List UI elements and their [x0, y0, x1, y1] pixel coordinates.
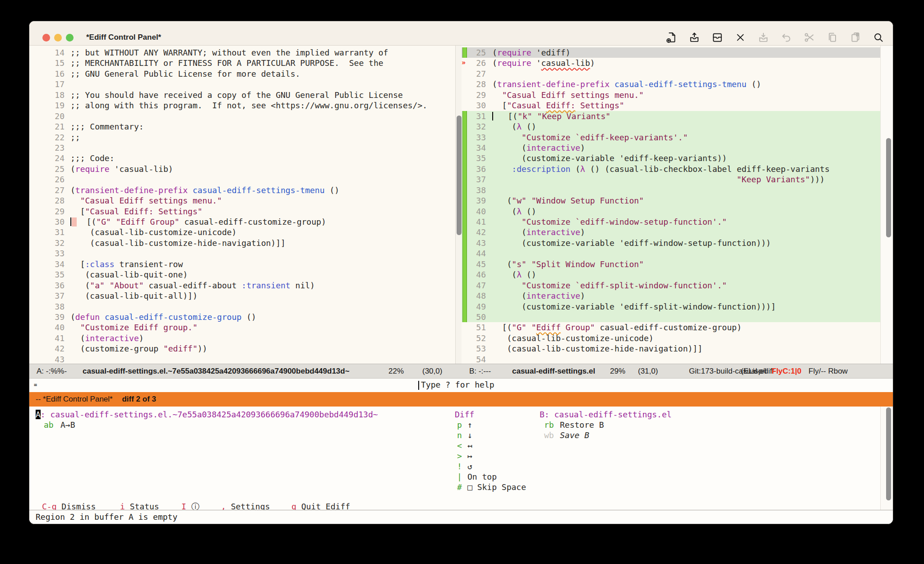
buffer-b-title: B: casual-ediff-settings.el: [540, 409, 672, 420]
line-number: 35: [29, 269, 65, 280]
scrollbar-thumb[interactable]: [886, 407, 891, 500]
titlebar: *Ediff Control Panel*: [29, 21, 893, 46]
buffer-b-scrollbar[interactable]: [880, 46, 893, 364]
line-number: 34: [29, 259, 65, 269]
diff-fringe-indicator: [462, 280, 470, 291]
line-number: 14: [29, 47, 65, 58]
code-line: 38: [462, 185, 880, 195]
share-up-icon[interactable]: [688, 31, 701, 44]
line-number: 33: [470, 132, 486, 143]
buffer-b-action-item: wbSave B: [540, 430, 672, 440]
code-text: (transient-define-prefix casual-ediff-se…: [492, 79, 761, 89]
search-icon[interactable]: [872, 31, 885, 44]
traffic-light-minimize[interactable]: [54, 34, 62, 42]
line-number: 35: [470, 153, 486, 163]
code-text: [:class transient-row: [70, 259, 183, 269]
code-line: 37 "Keep Variants"))): [462, 174, 880, 185]
line-number: 25: [29, 164, 65, 174]
line-number: 53: [470, 343, 486, 354]
code-text: (customize-group "ediff")): [70, 343, 207, 354]
line-number: 36: [29, 280, 65, 291]
diff-action-item[interactable]: #□ Skip Space: [455, 482, 474, 492]
code-text: ["Casual Ediff: Settings": [70, 206, 203, 217]
code-text: "Customize `ediff-split-window-function'…: [492, 280, 727, 291]
line-number: 18: [29, 90, 65, 100]
modeline-b-percent: 29%: [610, 364, 625, 378]
modeline-b-position: (31,0): [638, 364, 658, 378]
code-text: [("G" "Ediff Group" casual-ediff-customi…: [492, 322, 742, 333]
code-line: 22;;: [29, 132, 455, 143]
code-text: (λ (): [492, 121, 536, 132]
code-line: 39 ("w" "Window Setup Function": [462, 195, 880, 206]
code-text: ;; along with this program. If not, see …: [70, 100, 427, 111]
code-text: (casual-lib-quit-all)]): [70, 291, 198, 301]
diff-fringe-indicator: [462, 301, 470, 312]
action-label: Restore B: [560, 420, 604, 430]
new-file-icon[interactable]: [665, 31, 678, 44]
line-number: 43: [29, 354, 65, 364]
code-line: 40 (λ (): [462, 206, 880, 217]
code-text: (casual-lib-customize-hide-navigation)]]: [70, 238, 286, 248]
panel-scrollbar[interactable]: [880, 407, 893, 510]
code-text: [("G" "Ediff Group" casual-ediff-customi…: [70, 217, 326, 227]
modeline-b-major-mode: (ELisp/l: [741, 364, 767, 378]
code-line: 28 "Casual Ediff settings menu.": [29, 195, 455, 206]
diff-action-item[interactable]: |On top: [455, 472, 474, 482]
code-line: 36 :description (λ () (casual-lib-checkb…: [462, 164, 880, 174]
line-number: 26: [29, 174, 65, 185]
key-hint: n: [457, 430, 462, 440]
diff-action-item[interactable]: <↤: [455, 440, 474, 451]
code-text: ("w" "Window Setup Function": [492, 195, 644, 206]
scrollbar-thumb[interactable]: [886, 138, 891, 237]
diff-fringe-indicator: [462, 238, 470, 248]
code-text: (λ (): [492, 206, 536, 217]
line-number: 40: [470, 206, 486, 217]
code-text: (customize-variable 'ediff-window-setup-…: [492, 238, 771, 248]
fringe: [462, 322, 470, 333]
code-line: 27: [462, 69, 880, 79]
line-number: 45: [470, 259, 486, 269]
diff-fringe-indicator: [462, 227, 470, 237]
code-line: 14;; but WITHOUT ANY WARRANTY; without e…: [29, 47, 455, 58]
code-line: 49 (customize-variable 'ediff-split-wind…: [462, 301, 880, 312]
code-line: 21;;; Commentary:: [29, 121, 455, 132]
code-text: (λ (): [492, 269, 536, 280]
ediff-control-panel[interactable]: A: casual-ediff-settings.el.~7e55a038425…: [29, 407, 893, 510]
modeline-buffer-b: B: -:--- casual-ediff-settings.el 29% (3…: [462, 364, 893, 379]
line-number: 46: [470, 269, 486, 280]
fringe: [462, 69, 470, 79]
minibuffer[interactable]: = Type ? for help: [29, 379, 893, 392]
line-number: 37: [470, 174, 486, 185]
code-line: 28(transient-define-prefix casual-ediff-…: [462, 79, 880, 89]
code-line: 32 (λ (): [462, 121, 880, 132]
diff-action-item[interactable]: p↑: [455, 420, 474, 430]
diff-action-item[interactable]: !↺: [455, 461, 474, 472]
code-text: (customize-variable 'ediff-split-window-…: [492, 301, 776, 312]
fringe: [462, 90, 470, 100]
diff-action-item[interactable]: >↦: [455, 451, 474, 461]
line-number: 27: [470, 69, 486, 79]
buffer-b-action-item[interactable]: rbRestore B: [540, 420, 672, 430]
line-number: 51: [470, 322, 486, 333]
scrollbar-thumb[interactable]: [457, 116, 462, 235]
code-text: (casual-lib-quit-one): [70, 269, 188, 280]
traffic-light-zoom[interactable]: [66, 34, 74, 42]
close-icon[interactable]: [734, 31, 747, 44]
code-text: :description (λ () (casual-lib-checkbox-…: [492, 164, 830, 174]
code-line: 51 [("G" "Ediff Group" casual-ediff-cust…: [462, 322, 880, 333]
code-line: 35 (customize-variable 'ediff-keep-varia…: [462, 153, 880, 163]
line-number: 47: [470, 280, 486, 291]
traffic-light-close[interactable]: [42, 34, 50, 42]
copy-a-to-b-item[interactable]: ab A→B: [36, 420, 378, 430]
code-line: 36 ("a" "About" casual-ediff-about :tran…: [29, 280, 455, 291]
buffer-a-window[interactable]: 14;; but WITHOUT ANY WARRANTY; without e…: [29, 46, 455, 364]
buffer-b-window[interactable]: 25(require 'ediff)»26(require 'casual-li…: [462, 46, 880, 364]
archive-box-icon[interactable]: [711, 31, 724, 44]
key-hint: wb: [544, 430, 554, 440]
line-number: 23: [29, 143, 65, 153]
diff-action-item[interactable]: n↓: [455, 430, 474, 440]
code-text: (transient-define-prefix casual-ediff-se…: [70, 185, 339, 195]
code-line: 16;; GNU General Public License for more…: [29, 69, 455, 79]
code-text: (casual-lib-customize-unicode): [70, 227, 236, 237]
code-line: 43 (customize-variable 'ediff-window-set…: [462, 238, 880, 248]
